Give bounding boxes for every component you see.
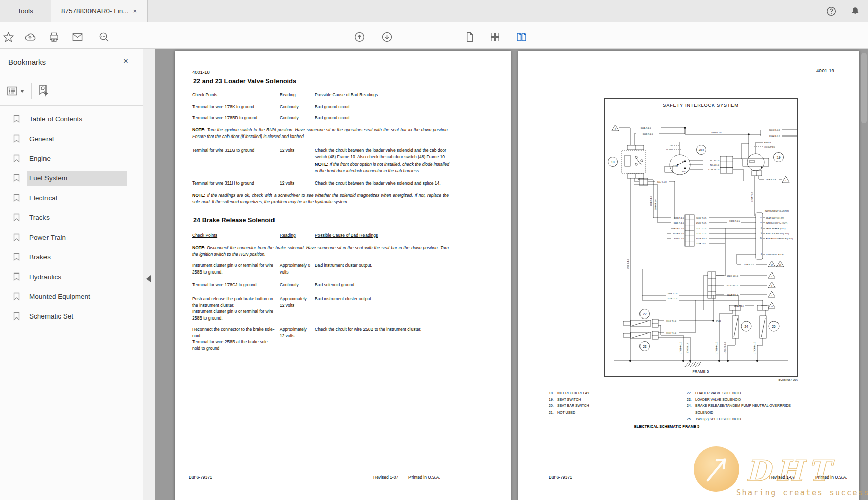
bookmark-icon (13, 115, 20, 123)
svg-text:622G W-1.0: 622G W-1.0 (727, 275, 739, 277)
svg-text:300E R-1.0: 300E R-1.0 (711, 131, 722, 134)
legend-item: 19.SEAT SWITCH (549, 397, 589, 403)
svg-text:25: 25 (772, 325, 776, 328)
pdf-page-4001-19: 4001-19 SAFETY INTERLOCK SYSTEM 2 300A R… (518, 51, 859, 500)
svg-text:2: 2 (615, 128, 616, 130)
footer-doc-number: Bur 6-79371 (549, 475, 572, 480)
svg-text:303D T-1.0: 303D T-1.0 (650, 196, 652, 206)
svg-text:NO: NO (682, 170, 685, 173)
sidebar-item-power-train[interactable]: Power Train (0, 228, 143, 247)
svg-text:323A T-0.5: 323A T-0.5 (751, 191, 753, 201)
new-bookmark-button[interactable] (36, 84, 51, 98)
footer-doc-number: Bur 6-79371 (189, 475, 212, 480)
favorites-star-icon[interactable] (3, 31, 14, 43)
schematic-caption: ELECTRICAL SCHEMATIC FRAME 5 (591, 424, 743, 429)
bookmark-icon (13, 194, 20, 202)
acrobat-window: Tools 87578830NAR0- Lin... × / 697 Book (0, 0, 868, 500)
svg-text:311H T-1.0: 311H T-1.0 (666, 332, 677, 334)
svg-text:311J T-1.0: 311J T-1.0 (657, 180, 667, 183)
svg-text:130E R-0.8: 130E R-0.8 (766, 178, 776, 181)
notifications-bell-icon[interactable] (850, 6, 861, 17)
sidebar-item-mounted-equipment[interactable]: Mounted Equipment (0, 287, 143, 306)
tab-document[interactable]: 87578830NAR0- Lin... × (51, 0, 148, 22)
svg-text:1: 1 (771, 295, 772, 297)
section-title: 22 and 23 Loader Valve Solenoids (193, 78, 296, 85)
svg-text:3: 3 (771, 276, 772, 278)
sidebar-item-hydraulics[interactable]: Hydraulics (0, 267, 143, 287)
bookmark-icon (13, 292, 20, 301)
svg-text:COM- B-1.0: COM- B-1.0 (708, 168, 720, 171)
two-page-view-icon[interactable] (516, 31, 527, 43)
tab-bar: Tools 87578830NAR0- Lin... × (0, 0, 868, 22)
sidebar-item-brakes[interactable]: Brakes (0, 247, 143, 267)
content-area: Bookmarks × Table of Contents General En… (0, 49, 868, 500)
help-icon[interactable] (826, 6, 837, 17)
page-header-number: 4001-18 (192, 69, 210, 75)
single-page-view-icon[interactable] (464, 31, 475, 43)
bookmarks-toolbar (0, 77, 143, 106)
svg-text:AUX HYD OVERRIDE (OUT): AUX HYD OVERRIDE (OUT) (766, 237, 793, 240)
svg-text:25: 25 (760, 237, 762, 239)
next-page-icon[interactable] (381, 31, 393, 43)
frame-label: FRAME 5 (692, 370, 709, 373)
svg-text:18: 18 (611, 160, 615, 164)
svg-text:PARK BRAKE (OUT): PARK BRAKE (OUT) (766, 227, 786, 230)
svg-text:311F T-1.0: 311F T-1.0 (674, 227, 684, 230)
sidebar-item-electrical[interactable]: Electrical (0, 188, 143, 208)
svg-text:311B P-1.0: 311B P-1.0 (674, 222, 684, 224)
svg-text:DOWN: DOWN (666, 148, 673, 151)
bookmarks-close-icon[interactable]: × (123, 57, 128, 65)
svg-text:311G T-1.0: 311G T-1.0 (666, 320, 677, 322)
tab-tools[interactable]: Tools (0, 0, 51, 22)
sidebar-item-engine[interactable]: Engine (0, 149, 143, 168)
bookmark-icon (13, 312, 20, 321)
footer-revised: Revised 1-07 (769, 475, 795, 480)
note-block: NOTE: If the front door option is not in… (315, 161, 450, 174)
note-block: NOTE: Disconnect the connector from the … (192, 245, 449, 258)
svg-text:311C T-1.0: 311C T-1.0 (696, 227, 707, 230)
legend-item: 25.TWO (2) SPEED SOLENOID (687, 416, 791, 423)
svg-text:622A W-1.0: 622A W-1.0 (727, 294, 738, 296)
svg-text:INTERLOCK V+ (OUT): INTERLOCK V+ (OUT) (766, 222, 788, 224)
svg-text:319B T-1.0: 319B T-1.0 (674, 237, 684, 240)
previous-page-icon[interactable] (354, 31, 366, 43)
svg-text:FUEL SOLENOID (OUT): FUEL SOLENOID (OUT) (766, 232, 789, 235)
legend-left-column: 18.INTERLOCK RELAY 19.SEAT SWITCH 20.SEA… (549, 390, 589, 416)
tab-document-label: 87578830NAR0- Lin... (61, 7, 129, 15)
svg-text:EMPTY: EMPTY (764, 141, 771, 144)
sidebar-item-tracks[interactable]: Tracks (0, 208, 143, 228)
tab-tools-label: Tools (17, 7, 33, 15)
wiring-diagram: SAFETY INTERLOCK SYSTEM 2 300A R-2.0 300… (604, 98, 798, 377)
tab-close-icon[interactable]: × (133, 8, 138, 14)
svg-text:311F T-1.0: 311F T-1.0 (667, 297, 677, 300)
sidebar-item-general[interactable]: General (0, 129, 143, 149)
svg-text:5: 5 (761, 232, 762, 234)
svg-text:303C T-0.5: 303C T-0.5 (696, 217, 707, 219)
cloud-upload-icon[interactable] (24, 31, 36, 43)
svg-text:178E B-1.0: 178E B-1.0 (627, 259, 629, 269)
bookmark-icon (13, 154, 20, 163)
new-bookmark-icon (36, 84, 51, 98)
sidebar-item-fuel-system[interactable]: Fuel System (0, 168, 143, 188)
section-title: 24 Brake Release Solenoid (193, 217, 275, 224)
svg-text:NC- R-1.0: NC- R-1.0 (710, 159, 720, 162)
bookmarks-options-button[interactable] (6, 84, 26, 98)
panel-divider[interactable] (143, 49, 155, 500)
pdf-page-4001-18: 4001-18 22 and 23 Loader Valve Solenoids… (175, 51, 511, 500)
search-icon[interactable] (98, 31, 110, 43)
footer-revised: Revised 1-07 (373, 475, 398, 480)
collapse-panel-icon[interactable] (146, 275, 151, 282)
svg-text:OCCUPIED: OCCUPIED (764, 146, 775, 148)
bookmark-icon (13, 213, 20, 222)
bookmarks-title: Bookmarks (8, 58, 46, 66)
sidebar-item-schematic-set[interactable]: Schematic Set (0, 306, 143, 326)
print-icon[interactable] (48, 31, 60, 43)
organize-pages-icon[interactable] (489, 31, 501, 43)
svg-text:TURN INDICATOR: TURN INDICATOR (766, 253, 784, 256)
email-icon[interactable] (72, 31, 83, 43)
vertical-scrollbar[interactable] (861, 53, 867, 123)
bookmarks-options-icon (6, 85, 18, 97)
svg-text:20H: 20H (699, 148, 704, 151)
sidebar-item-table-of-contents[interactable]: Table of Contents (0, 109, 143, 129)
footer-printed: Printed in U.S.A. (408, 475, 440, 480)
